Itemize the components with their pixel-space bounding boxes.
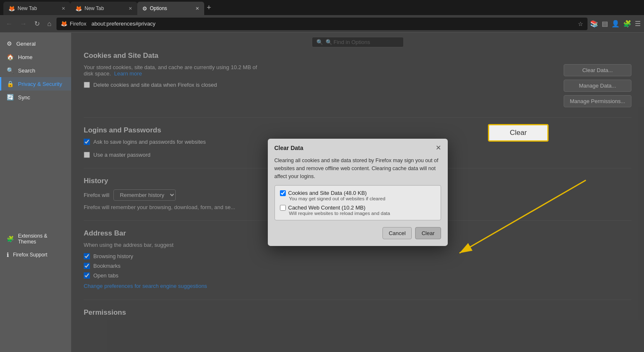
firefox-logo-icon: 🦊 — [61, 21, 67, 27]
dialog-footer: Cancel Clear — [275, 227, 441, 239]
tab-close-options[interactable]: ✕ — [195, 6, 199, 11]
sidebar-item-sync[interactable]: 🔄 Sync — [0, 91, 71, 104]
library-icon[interactable]: 📚 — [590, 20, 598, 28]
browser-chrome: 🦊 New Tab ✕ 🦊 New Tab ✕ ⚙ Options ✕ + ← … — [0, 0, 644, 33]
tab-label-2: New Tab — [85, 5, 104, 11]
dialog-close-button[interactable]: ✕ — [436, 144, 441, 152]
browser-toolbar: ← → ↻ ⌂ 🦊 Firefox about:preferences#priv… — [0, 15, 644, 33]
sidebar-extensions-label: Extensions & Themes — [18, 233, 64, 245]
forward-button[interactable]: → — [18, 18, 29, 29]
cookies-data-checkbox[interactable] — [280, 190, 286, 196]
home-button[interactable]: ⌂ — [45, 18, 54, 29]
dialog-header: Clear Data ✕ — [268, 139, 448, 155]
sidebar: ⚙ General 🏠 Home 🔍 Search 🔒 Privacy & Se… — [0, 33, 71, 352]
tab-label-1: New Tab — [18, 5, 37, 11]
address-bar[interactable]: 🦊 Firefox about:preferences#privacy ☆ — [56, 18, 588, 30]
tab-label-options: Options — [150, 5, 167, 11]
cancel-button[interactable]: Cancel — [382, 227, 412, 239]
tab-bar: 🦊 New Tab ✕ 🦊 New Tab ✕ ⚙ Options ✕ + — [0, 0, 644, 15]
sidebar-item-extensions[interactable]: 🧩 Extensions & Themes — [0, 230, 71, 248]
toolbar-icons: 📚 ▤ 👤 🧩 ☰ — [590, 20, 641, 28]
cookies-data-sublabel: You may get signed out of websites if cl… — [289, 196, 436, 201]
tab-favicon-options: ⚙ — [142, 5, 147, 12]
dialog-checkbox-item-cookies: Cookies and Site Data (48.0 KB) You may … — [280, 190, 436, 201]
clear-data-dialog: Clear Data ✕ Clearing all cookies and si… — [268, 139, 448, 246]
browser-content: ⚙ General 🏠 Home 🔍 Search 🔒 Privacy & Se… — [0, 33, 644, 352]
support-icon: ℹ — [7, 251, 9, 258]
sidebar-item-privacy[interactable]: 🔒 Privacy & Security — [0, 77, 71, 91]
lock-icon: 🔒 — [7, 80, 14, 87]
sidebar-item-support[interactable]: ℹ Firefox Support — [0, 248, 71, 261]
sidebar-item-label-home: Home — [18, 54, 33, 60]
cache-checkbox-label[interactable]: Cached Web Content (10.2 MB) — [280, 204, 436, 211]
cache-data-checkbox[interactable] — [280, 205, 286, 211]
cache-data-sublabel: Will require websites to reload images a… — [289, 211, 436, 216]
cookies-checkbox-label[interactable]: Cookies and Site Data (48.0 KB) — [280, 190, 436, 196]
annotation-container: Clear — [488, 124, 549, 142]
tab-favicon-1: 🦊 — [8, 5, 15, 12]
tab-new-tab-1[interactable]: 🦊 New Tab ✕ — [3, 2, 70, 15]
bookmark-icon[interactable]: ☆ — [578, 21, 583, 27]
browser-name: Firefox — [70, 21, 87, 27]
new-tab-button[interactable]: + — [204, 3, 214, 12]
tab-new-tab-2[interactable]: 🦊 New Tab ✕ — [70, 2, 137, 15]
extensions-icon[interactable]: 🧩 — [623, 20, 631, 28]
sidebar-item-home[interactable]: 🏠 Home — [0, 50, 71, 64]
sidebar-item-search[interactable]: 🔍 Search — [0, 64, 71, 77]
tab-options[interactable]: ⚙ Options ✕ — [137, 2, 204, 15]
tab-close-1[interactable]: ✕ — [62, 6, 65, 11]
tab-close-2[interactable]: ✕ — [128, 6, 132, 11]
cache-data-label: Cached Web Content (10.2 MB) — [288, 204, 366, 211]
refresh-button[interactable]: ↻ — [32, 18, 42, 29]
dialog-checkbox-group: Cookies and Site Data (48.0 KB) You may … — [275, 185, 441, 220]
annotation-clear-button[interactable]: Clear — [488, 124, 549, 142]
tab-favicon-2: 🦊 — [75, 5, 82, 12]
gear-icon: ⚙ — [7, 40, 12, 47]
menu-icon[interactable]: ☰ — [635, 20, 641, 28]
clear-button[interactable]: Clear — [415, 227, 441, 239]
cookies-data-label: Cookies and Site Data (48.0 KB) — [288, 190, 367, 196]
home-icon: 🏠 — [7, 54, 14, 60]
sync-icon: 🔄 — [7, 94, 14, 101]
dialog-body: Clearing all cookies and site data store… — [268, 155, 448, 246]
dialog-title: Clear Data — [275, 144, 303, 151]
search-icon: 🔍 — [7, 67, 14, 74]
sidebar-item-label-search: Search — [18, 67, 35, 74]
back-button[interactable]: ← — [3, 18, 15, 29]
extensions-sidebar-icon: 🧩 — [7, 236, 14, 242]
dialog-description: Clearing all cookies and site data store… — [275, 157, 441, 180]
sidebar-item-label-sync: Sync — [18, 94, 30, 101]
sidebar-item-label-general: General — [16, 41, 36, 47]
url-text: about:preferences#privacy — [91, 21, 575, 27]
sidebar-toggle-icon[interactable]: ▤ — [602, 20, 608, 28]
dialog-checkbox-item-cache: Cached Web Content (10.2 MB) Will requir… — [280, 204, 436, 216]
main-panel: 🔍 Cookies and Site Data Your stored cook… — [71, 33, 644, 352]
sidebar-item-label-privacy: Privacy & Security — [18, 81, 62, 87]
sidebar-support-label: Firefox Support — [13, 252, 47, 258]
account-icon[interactable]: 👤 — [611, 20, 620, 28]
sidebar-item-general[interactable]: ⚙ General — [0, 37, 71, 50]
